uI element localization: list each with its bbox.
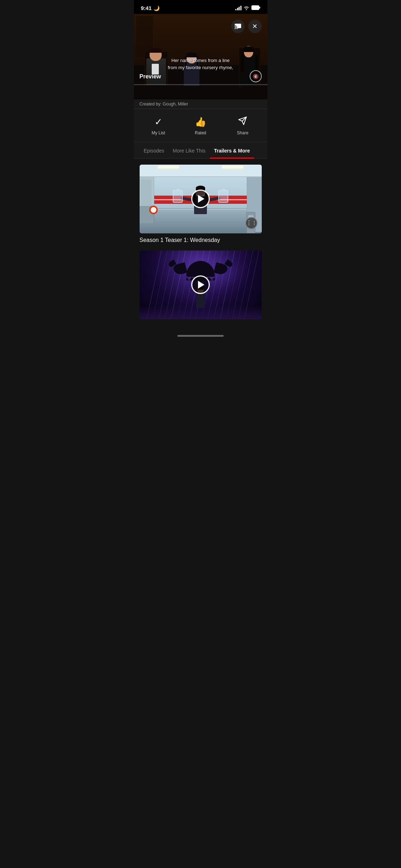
checkmark-icon: ✓ [155,117,162,128]
status-bar: 9:41 🌙 [134,0,267,14]
close-button[interactable]: ✕ [248,20,262,33]
mute-icon: 🔇 [253,74,259,79]
preview-top-actions: ✕ [231,20,262,33]
video-title-1: Season 1 Teaser 1: Wednesday [140,237,262,243]
share-button[interactable]: Share [230,116,255,135]
preview-subtitle: Her name comes from a line from my favor… [134,57,267,71]
options-icon-1: ⋮ [246,219,252,226]
status-icons [235,5,260,11]
creator-text: Created by: Gough, Miller [134,99,267,109]
video-thumbnail-1[interactable]: ⋮ [140,165,262,233]
rated-button[interactable]: 👍 Rated [188,117,213,135]
share-icon [238,116,247,128]
video-thumbnail-2[interactable] [140,250,262,319]
tabs-container: Episodes More Like This Trailers & More [134,142,267,159]
moon-icon: 🌙 [153,5,160,11]
svg-rect-2 [259,7,260,9]
video-card-2 [140,250,262,319]
video-options-button-1[interactable]: ⋮ [245,217,257,229]
status-time: 9:41 [141,5,152,11]
home-indicator [134,332,267,339]
volume-button[interactable]: 🔇 [250,70,262,82]
share-label: Share [237,130,248,135]
rated-label: Rated [195,130,206,135]
cast-button[interactable] [231,20,245,33]
svg-point-0 [246,9,246,10]
video-card-1: ⋮ Season 1 Teaser 1: Wednesday [140,165,262,243]
preview-video[interactable]: Her name comes from a line from my favor… [134,14,267,99]
content-area: ⋮ Season 1 Teaser 1: Wednesday [134,159,267,332]
my-list-button[interactable]: ✓ My List [146,117,171,135]
battery-icon [251,5,260,11]
close-icon: ✕ [252,22,257,30]
preview-label: Preview [140,73,161,80]
action-row: ✓ My List 👍 Rated Share [134,109,267,142]
my-list-label: My List [152,130,165,135]
signal-bars-icon [235,6,241,10]
wifi-icon [244,5,249,11]
home-bar [177,335,224,337]
play-button-2[interactable] [191,275,210,294]
tab-more-like-this[interactable]: More Like This [168,142,210,159]
tab-episodes[interactable]: Episodes [140,142,169,159]
cast-icon [234,23,241,30]
tabs-row: Episodes More Like This Trailers & More [140,142,262,159]
tab-trailers-more[interactable]: Trailers & More [210,142,254,159]
preview-progress-bar [134,84,267,85]
thumbsup-icon: 👍 [195,117,206,128]
svg-rect-1 [251,5,259,10]
play-button-1[interactable] [191,190,210,208]
